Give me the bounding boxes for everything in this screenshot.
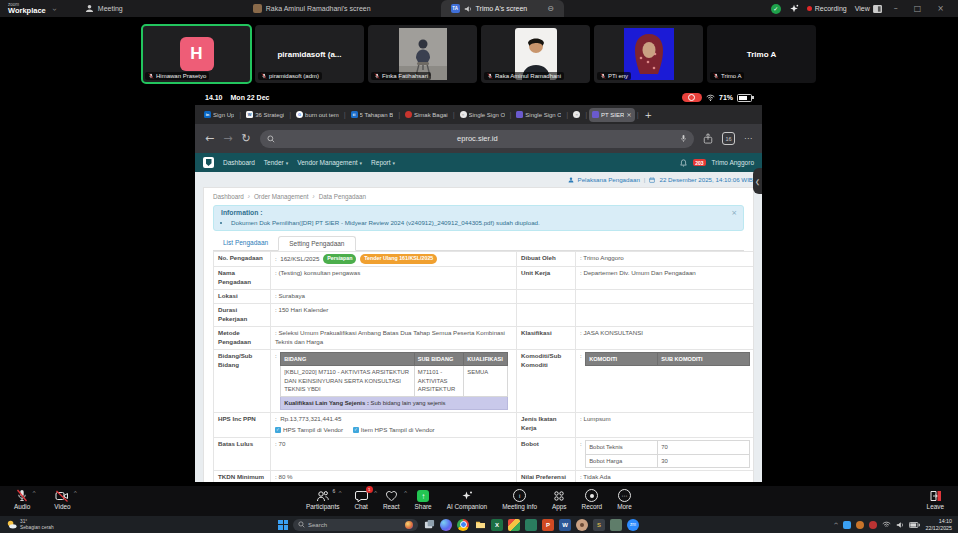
excel-icon[interactable]: X: [491, 519, 503, 531]
start-button[interactable]: [278, 520, 288, 530]
browser-tab[interactable]: in Sign Up: [201, 108, 237, 122]
profile-photo-icon[interactable]: [576, 519, 588, 531]
tab-trimo-screen[interactable]: TA Trimo A's screen ⊖: [441, 0, 564, 17]
react-caret[interactable]: ^: [404, 490, 408, 496]
green-app-icon[interactable]: [525, 519, 537, 531]
tray-app2-icon[interactable]: [856, 521, 864, 529]
browser-tab[interactable]: Simak Bagai: [402, 108, 451, 122]
browser-tab[interactable]: W 36 Strategi: [243, 108, 287, 122]
zoom-app-icon[interactable]: zm: [627, 519, 639, 531]
hps-tampil-checkbox[interactable]: ✓ HPS Tampil di Vendor: [275, 426, 343, 435]
mail-app-icon[interactable]: [610, 519, 622, 531]
participant-tile-piramidasoft[interactable]: piramidasoft (a... piramidasoft (adm): [255, 25, 364, 83]
view-button[interactable]: View: [855, 5, 882, 13]
browser-tab[interactable]: Single Sign O: [513, 108, 564, 122]
apps-button[interactable]: Apps: [552, 489, 567, 510]
share-page-icon[interactable]: [703, 133, 713, 144]
forward-button[interactable]: →: [223, 133, 232, 144]
notification-badge[interactable]: 203: [693, 159, 705, 166]
alert-close-icon[interactable]: ×: [731, 209, 737, 217]
crumb-order-management[interactable]: Order Management: [254, 193, 309, 200]
browser-tab-active[interactable]: PT SIER ×: [589, 108, 635, 122]
tab-setting-pengadaan[interactable]: Setting Pengadaan: [278, 236, 355, 251]
meeting-info-button[interactable]: i Meeting info: [502, 489, 537, 510]
nav-user[interactable]: Trimo Anggoro: [712, 159, 754, 166]
device-date: Mon 22 Dec: [231, 94, 270, 101]
tab-counter[interactable]: 16: [722, 132, 735, 145]
close-button[interactable]: ×: [933, 4, 948, 13]
minimize-button[interactable]: –: [890, 4, 902, 13]
bell-icon[interactable]: [680, 159, 687, 167]
taskbar-clock[interactable]: 14:10 22/12/2025: [925, 518, 952, 531]
browser-menu-icon[interactable]: ⋯: [744, 134, 752, 143]
tray-wifi-icon[interactable]: [882, 521, 891, 528]
browser-tab[interactable]: ti 5 Tahapan B: [348, 108, 397, 122]
react-button[interactable]: ^ React: [383, 489, 400, 510]
battery-percent: 71%: [719, 94, 733, 101]
tab-list-pengadaan[interactable]: List Pengadaan: [213, 236, 278, 250]
participant-tile-himawan[interactable]: H Himawan Prasetyo: [142, 25, 251, 83]
weather-widget[interactable]: 31° Sebagian cerah: [6, 519, 54, 530]
address-bar[interactable]: eproc.sier.id: [260, 130, 694, 148]
nav-vendor-management[interactable]: Vendor Management: [297, 159, 362, 166]
maximize-button[interactable]: □: [910, 4, 926, 13]
tray-app-icon[interactable]: [843, 521, 851, 529]
chat-caret[interactable]: ^: [373, 490, 377, 496]
participants-caret[interactable]: ^: [338, 490, 342, 496]
video-button[interactable]: ^ Video: [54, 489, 70, 510]
role-link[interactable]: Pelaksana Pengadaan: [578, 176, 640, 183]
ti-favicon: ti: [351, 111, 358, 118]
tab-raka-screen[interactable]: Raka Aminul Ramadhani's screen: [243, 0, 381, 17]
tray-volume-icon[interactable]: [896, 521, 904, 529]
nav-dashboard[interactable]: Dashboard: [223, 159, 255, 166]
participant-tile-trimo[interactable]: Trimo A Trimo A: [707, 25, 816, 83]
nav-report[interactable]: Report: [371, 159, 395, 166]
crumb-dashboard[interactable]: Dashboard: [213, 193, 244, 200]
chrome-icon[interactable]: [457, 519, 469, 531]
colorful-app-icon[interactable]: [508, 519, 520, 531]
new-tab-button[interactable]: +: [645, 110, 653, 120]
annotation-drawer-handle[interactable]: ❮: [753, 168, 762, 194]
url-text: eproc.sier.id: [275, 134, 680, 143]
tray-record-icon[interactable]: [869, 521, 877, 529]
file-explorer-icon[interactable]: [474, 519, 486, 531]
browser-tab[interactable]: G burn out tem: [293, 108, 342, 122]
video-options-caret[interactable]: ^: [73, 490, 77, 496]
reload-button[interactable]: ↻: [241, 133, 250, 144]
item-hps-tampil-checkbox[interactable]: ✓ Item HPS Tampil di Vendor: [353, 426, 435, 435]
record-button[interactable]: Record: [582, 489, 603, 510]
participant-tile-finka[interactable]: Finka Fatihahsari: [368, 25, 477, 83]
copilot-icon[interactable]: [440, 519, 452, 531]
security-shield-icon[interactable]: ✓: [771, 4, 781, 14]
browser-tab[interactable]: ○ Single Sign O: [457, 108, 508, 122]
site-logo[interactable]: [203, 157, 214, 168]
audio-button[interactable]: ^ Audio: [14, 489, 30, 510]
more-button[interactable]: ⋯ More: [617, 489, 632, 510]
close-tab-icon[interactable]: ×: [626, 111, 631, 119]
audio-options-caret[interactable]: ^: [32, 490, 36, 496]
tray-battery-icon[interactable]: [909, 522, 920, 528]
taskbar-search[interactable]: Search: [293, 519, 418, 531]
tab-meeting[interactable]: Meeting: [75, 0, 133, 17]
brand-caret-icon[interactable]: ^: [52, 5, 57, 12]
participant-tile-raka[interactable]: Raka Aminul Ramadhani: [481, 25, 590, 83]
share-button[interactable]: ↑ Share: [415, 489, 432, 510]
browser-tab[interactable]: ○: [570, 108, 583, 122]
task-view-icon[interactable]: [423, 519, 435, 531]
nav-tender[interactable]: Tender: [264, 159, 288, 166]
voice-search-icon[interactable]: [680, 134, 687, 143]
word-icon[interactable]: W: [559, 519, 571, 531]
ai-sparkle-icon[interactable]: [789, 4, 799, 14]
sql-app-icon[interactable]: S: [593, 519, 605, 531]
stop-viewing-icon[interactable]: ⊖: [547, 4, 554, 13]
participants-button[interactable]: 6 ^ Participants: [306, 489, 339, 510]
back-button[interactable]: ←: [205, 133, 214, 144]
tender-ulang-badge[interactable]: Tender Ulang 161/KSL/2025: [360, 254, 437, 264]
participant-tile-pti-eny[interactable]: PTi eny: [594, 25, 703, 83]
ai-companion-button[interactable]: AI Companion: [447, 489, 488, 510]
chat-button[interactable]: 1 ^ Chat: [354, 489, 368, 510]
leave-button[interactable]: Leave: [927, 489, 944, 510]
tray-overflow-chevron[interactable]: ^: [833, 521, 838, 528]
batas-value: 70: [271, 437, 517, 470]
powerpoint-icon[interactable]: P: [542, 519, 554, 531]
